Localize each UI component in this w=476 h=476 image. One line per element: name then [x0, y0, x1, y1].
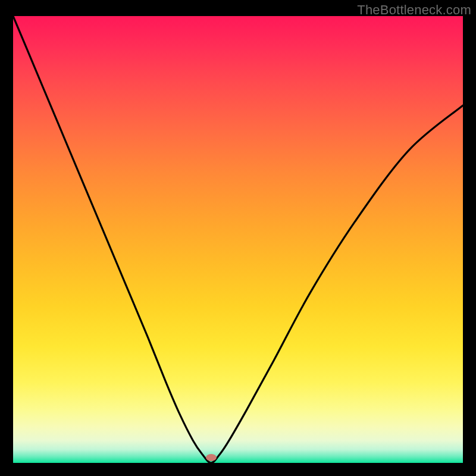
- plot-area: [13, 16, 463, 463]
- chart-frame: TheBottleneck.com: [0, 0, 476, 476]
- bottleneck-curve: [13, 16, 463, 463]
- optimum-marker: [206, 454, 217, 461]
- watermark-text: TheBottleneck.com: [357, 2, 471, 18]
